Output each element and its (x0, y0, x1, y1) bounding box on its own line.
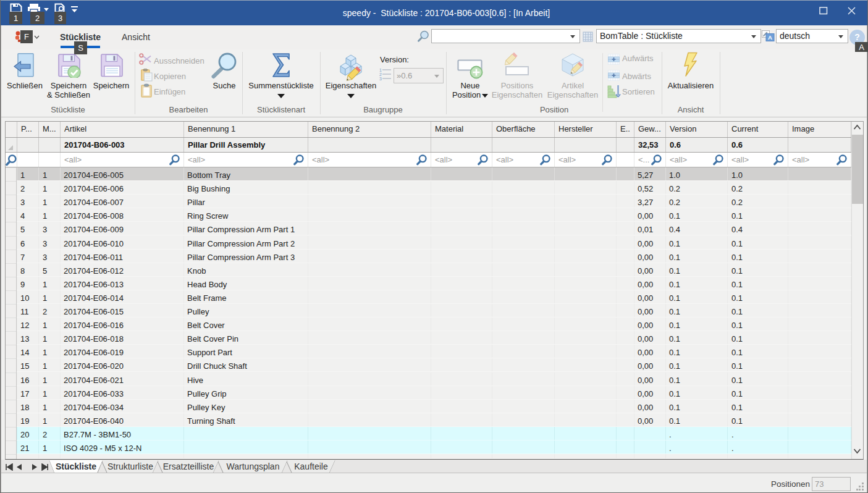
svg-text:3: 3 (379, 77, 382, 81)
svg-text:1: 1 (379, 68, 382, 72)
svg-text:A: A (768, 34, 772, 41)
svg-text:2: 2 (379, 72, 382, 77)
